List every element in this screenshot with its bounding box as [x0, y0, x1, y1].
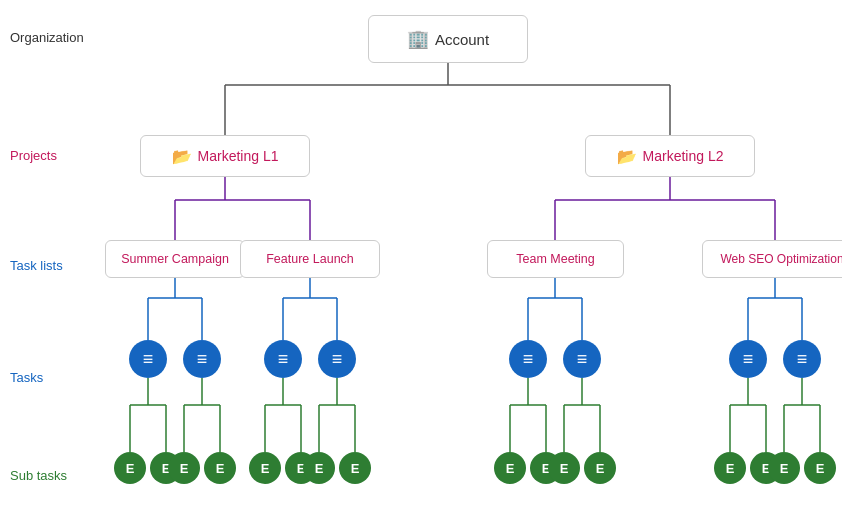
project-marketing-l2: 📂 Marketing L2	[585, 135, 755, 177]
subtask-5: E	[249, 452, 281, 484]
subtask-icon-7: E	[315, 461, 324, 476]
subtask-icon-4: E	[216, 461, 225, 476]
subtask-icon-9: E	[506, 461, 515, 476]
subtask-icon-15: E	[780, 461, 789, 476]
subtask-13: E	[714, 452, 746, 484]
subtask-15: E	[768, 452, 800, 484]
task-icon-7: ≡	[743, 349, 754, 370]
task-icon-6: ≡	[577, 349, 588, 370]
subtask-icon-5: E	[261, 461, 270, 476]
task-1: ≡	[129, 340, 167, 378]
subtask-icon-12: E	[596, 461, 605, 476]
tasklist-team-meeting: Team Meeting	[487, 240, 624, 278]
project-marketing-l1: 📂 Marketing L1	[140, 135, 310, 177]
subtask-7: E	[303, 452, 335, 484]
feature-launch-label: Feature Launch	[266, 252, 354, 266]
account-label: Account	[435, 31, 489, 48]
project-l2-label: Marketing L2	[643, 148, 724, 164]
project-l1-label: Marketing L1	[198, 148, 279, 164]
folder-icon-l2: 📂	[617, 147, 637, 166]
org-chart: Organization Projects Task lists Tasks S…	[0, 0, 842, 518]
subtask-icon-16: E	[816, 461, 825, 476]
label-tasks: Tasks	[10, 370, 43, 385]
task-6: ≡	[563, 340, 601, 378]
subtask-icon-13: E	[726, 461, 735, 476]
subtask-icon-8: E	[351, 461, 360, 476]
summer-campaign-label: Summer Campaign	[121, 252, 229, 266]
label-tasklists: Task lists	[10, 258, 63, 273]
task-3: ≡	[264, 340, 302, 378]
account-node: 🏢 Account	[368, 15, 528, 63]
label-subtasks: Sub tasks	[10, 468, 67, 483]
subtask-icon-1: E	[126, 461, 135, 476]
subtask-1: E	[114, 452, 146, 484]
task-icon-1: ≡	[143, 349, 154, 370]
subtask-4: E	[204, 452, 236, 484]
task-icon-5: ≡	[523, 349, 534, 370]
folder-icon-l1: 📂	[172, 147, 192, 166]
task-4: ≡	[318, 340, 356, 378]
task-icon-3: ≡	[278, 349, 289, 370]
label-projects: Projects	[10, 148, 57, 163]
task-icon-4: ≡	[332, 349, 343, 370]
subtask-3: E	[168, 452, 200, 484]
subtask-icon-3: E	[180, 461, 189, 476]
subtask-12: E	[584, 452, 616, 484]
tasklist-summer-campaign: Summer Campaign	[105, 240, 245, 278]
tasklist-web-seo: Web SEO Optimization	[702, 240, 842, 278]
subtask-16: E	[804, 452, 836, 484]
subtask-icon-11: E	[560, 461, 569, 476]
task-5: ≡	[509, 340, 547, 378]
task-icon-2: ≡	[197, 349, 208, 370]
task-7: ≡	[729, 340, 767, 378]
task-2: ≡	[183, 340, 221, 378]
subtask-11: E	[548, 452, 580, 484]
web-seo-label: Web SEO Optimization	[720, 252, 842, 266]
building-icon: 🏢	[407, 28, 429, 50]
task-8: ≡	[783, 340, 821, 378]
subtask-9: E	[494, 452, 526, 484]
label-organization: Organization	[10, 30, 84, 45]
team-meeting-label: Team Meeting	[516, 252, 595, 266]
tasklist-feature-launch: Feature Launch	[240, 240, 380, 278]
subtask-8: E	[339, 452, 371, 484]
task-icon-8: ≡	[797, 349, 808, 370]
